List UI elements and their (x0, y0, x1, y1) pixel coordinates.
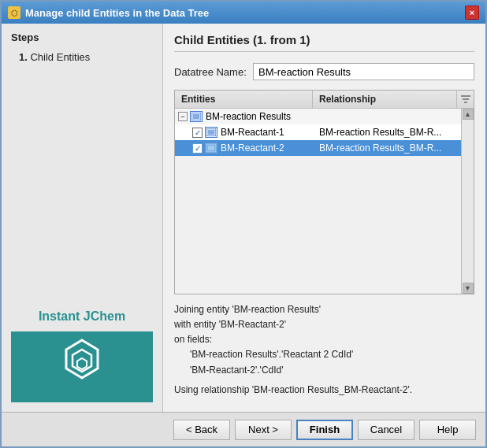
finish-button[interactable]: Finish (296, 420, 353, 440)
sidebar-item-child-entities[interactable]: 1. Child Entities (2, 48, 162, 66)
relationship-value: BM-reaction Results_BM-R... (316, 127, 458, 138)
info-line-2: with entity 'BM-Reactant-2' (174, 317, 474, 332)
help-button[interactable]: Help (419, 420, 476, 440)
table-row[interactable]: ✓ BM-Reactant-1 (175, 124, 461, 140)
svg-marker-2 (77, 358, 87, 369)
info-line-1: Joining entity 'BM-reaction Results' (174, 302, 474, 317)
window-title: Manage child Entities in the Data Tree (25, 7, 209, 19)
back-button[interactable]: < Back (173, 420, 230, 440)
footer: < Back Next > Finish Cancel Help (2, 412, 485, 446)
info-line-3: on fields: (174, 332, 474, 347)
relationship-value: BM-reaction Results_BM-R... (316, 143, 458, 154)
sidebar-logo-area: Instant JChem (2, 294, 162, 412)
row-checkbox[interactable]: ✓ (192, 128, 203, 138)
row-checkbox[interactable]: ✓ (192, 143, 203, 154)
entity-name: BM-Reactant-2 (221, 143, 316, 154)
entities-table: Entities Relationship (174, 90, 474, 294)
main-panel: Child Entities (1. from 1) Datatree Name… (163, 24, 485, 412)
sidebar-header: Steps (2, 24, 162, 48)
logo-box (11, 331, 153, 402)
col-entities-header: Entities (175, 91, 313, 108)
col-relationship-header: Relationship (313, 91, 456, 108)
entity-name: BM-Reactant-1 (221, 127, 316, 138)
svg-rect-5 (464, 102, 467, 103)
table-row[interactable]: ✓ BM-Reactant-2 (175, 140, 461, 156)
svg-rect-3 (461, 95, 470, 97)
sidebar-item-label: Child Entities (30, 51, 90, 63)
parent-entity-icon (190, 111, 203, 122)
table-row[interactable]: − BM-reaction Results (175, 109, 461, 124)
title-bar: ⬡ Manage child Entities in the Data Tree… (2, 2, 485, 24)
col-filter-icon[interactable] (456, 91, 474, 108)
main-header: Child Entities (1. from 1) (174, 33, 474, 52)
next-button[interactable]: Next > (235, 420, 292, 440)
close-button[interactable]: × (465, 6, 479, 20)
datatree-label: Datatree Name: (174, 66, 253, 78)
logo-icon (54, 336, 110, 398)
brand-label: Instant JChem (39, 309, 125, 324)
table-body: − BM-reaction Results (175, 109, 461, 294)
sidebar-item-number: 1. (19, 51, 28, 63)
info-text: Joining entity 'BM-reaction Results' wit… (174, 302, 474, 398)
table-scrollbar[interactable]: ▲ ▼ (461, 109, 474, 294)
parent-entity-name: BM-reaction Results (206, 111, 316, 122)
table-header: Entities Relationship (175, 91, 474, 109)
svg-rect-4 (463, 98, 469, 100)
expand-icon[interactable]: − (178, 112, 188, 121)
datatree-row: Datatree Name: (174, 63, 474, 80)
info-line-4: 'BM-reaction Results'.'Reactant 2 CdId' (174, 347, 474, 362)
datatree-input[interactable] (253, 63, 474, 80)
info-line-6: Using relationship 'BM-reaction Results_… (174, 383, 474, 398)
info-line-5: 'BM-Reactant-2'.'CdId' (174, 363, 474, 378)
svg-marker-1 (72, 350, 91, 372)
entity-icon (205, 127, 217, 138)
cancel-button[interactable]: Cancel (358, 420, 415, 440)
window-icon: ⬡ (8, 6, 20, 19)
entity-icon (205, 143, 217, 154)
dialog-window: ⬡ Manage child Entities in the Data Tree… (0, 0, 487, 448)
sidebar: Steps 1. Child Entities Instant JChem (2, 24, 163, 412)
dialog-content: Steps 1. Child Entities Instant JChem (2, 24, 485, 412)
